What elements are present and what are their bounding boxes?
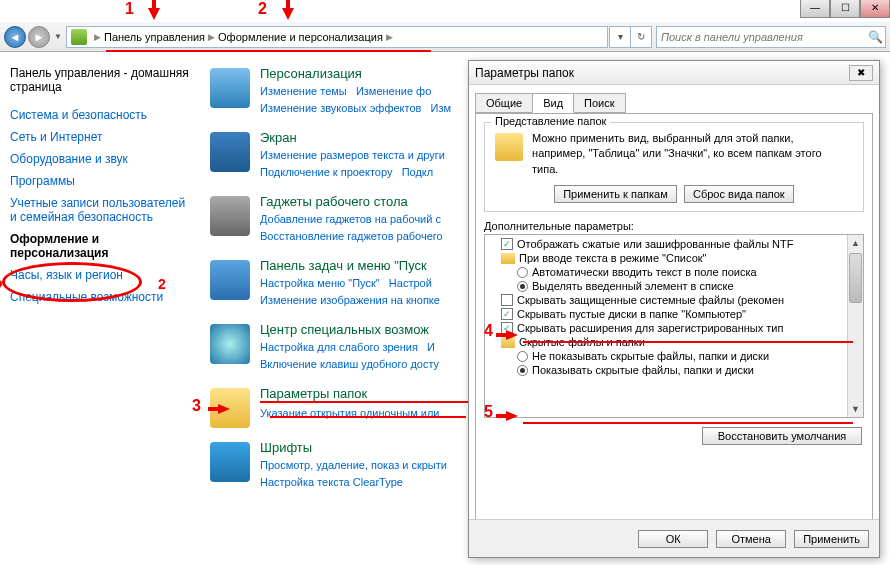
chevron-right-icon[interactable]: ▶: [386, 32, 393, 42]
sidebar-item-system[interactable]: Система и безопасность: [10, 108, 190, 122]
sidebar-item-appearance[interactable]: Оформление и персонализация: [10, 232, 190, 260]
sidebar-item-programs[interactable]: Программы: [10, 174, 190, 188]
section-display-title[interactable]: Экран: [260, 130, 490, 145]
cancel-button[interactable]: Отмена: [716, 530, 786, 548]
scroll-thumb[interactable]: [849, 253, 862, 303]
section-folder-options-title[interactable]: Параметры папок: [260, 386, 490, 403]
window-close-button[interactable]: ✕: [860, 0, 890, 18]
dialog-title: Параметры папок: [475, 66, 574, 80]
sidebar-item-users[interactable]: Учетные записи пользователей и семейная …: [10, 196, 190, 224]
ok-button[interactable]: ОК: [638, 530, 708, 548]
addr-refresh-button[interactable]: ↻: [630, 26, 652, 48]
tree-item[interactable]: Автоматически вводить текст в поле поиск…: [487, 265, 861, 279]
taskbar-icon: [210, 260, 250, 300]
tree-item[interactable]: ✓Скрывать пустые диски в папке "Компьюте…: [487, 307, 861, 321]
nav-forward-button[interactable]: ►: [28, 26, 50, 48]
window-max-button[interactable]: ☐: [830, 0, 860, 18]
section-gadgets-title[interactable]: Гаджеты рабочего стола: [260, 194, 490, 209]
personalization-icon: [210, 68, 250, 108]
radio-icon[interactable]: [517, 281, 528, 292]
annotation-arrow-2: [282, 8, 294, 20]
breadcrumb-item-control-panel[interactable]: Панель управления: [104, 31, 205, 43]
advanced-settings-label: Дополнительные параметры:: [484, 220, 864, 232]
folder-icon: [495, 133, 523, 161]
fonts-icon: [210, 442, 250, 482]
tree-item[interactable]: Не показывать скрытые файлы, папки и дис…: [487, 349, 861, 363]
search-icon[interactable]: 🔍: [865, 30, 885, 44]
annotation-underline-3: [270, 416, 466, 418]
display-icon: [210, 132, 250, 172]
scroll-up-icon[interactable]: ▲: [848, 235, 863, 251]
search-box[interactable]: 🔍: [656, 26, 886, 48]
radio-icon[interactable]: [517, 365, 528, 376]
checkbox-icon[interactable]: ✓: [501, 308, 513, 320]
annotation-arrow-5: [506, 411, 518, 421]
tree-item-label: Не показывать скрытые файлы, папки и дис…: [532, 350, 769, 362]
nav-history-dropdown[interactable]: ▼: [52, 27, 64, 47]
sidebar-item-access[interactable]: Специальные возможности: [10, 290, 190, 304]
gadgets-icon: [210, 196, 250, 236]
tree-item[interactable]: ✓Скрывать расширения для зарегистрирован…: [487, 321, 861, 335]
addr-dropdown-button[interactable]: ▾: [609, 26, 631, 48]
tree-item[interactable]: Скрывать защищенные системные файлы (рек…: [487, 293, 861, 307]
annotation-underline-breadcrumb: [106, 50, 431, 52]
restore-defaults-button[interactable]: Восстановить умолчания: [702, 427, 862, 445]
section-accessibility-links[interactable]: Настройка для слабого зрения И Включение…: [260, 339, 490, 372]
sidebar-item-hardware[interactable]: Оборудование и звук: [10, 152, 190, 166]
tab-search[interactable]: Поиск: [573, 93, 625, 113]
breadcrumb-item-appearance[interactable]: Оформление и персонализация: [218, 31, 383, 43]
annotation-arrow-4: [506, 330, 518, 340]
folder-views-legend: Представление папок: [491, 115, 610, 127]
chevron-right-icon[interactable]: ▶: [94, 32, 101, 42]
tree-item[interactable]: При вводе текста в режиме "Список": [487, 251, 861, 265]
sidebar-item-clock[interactable]: Часы, язык и регион: [10, 268, 190, 282]
apply-button[interactable]: Применить: [794, 530, 869, 548]
tree-item-label: При вводе текста в режиме "Список": [519, 252, 706, 264]
tree-item-label: Скрывать защищенные системные файлы (рек…: [517, 294, 784, 306]
section-personalization-links[interactable]: Изменение темы Изменение фо Изменение зв…: [260, 83, 490, 116]
tree-item[interactable]: Показывать скрытые файлы, папки и диски: [487, 363, 861, 377]
chevron-right-icon[interactable]: ▶: [208, 32, 215, 42]
radio-icon[interactable]: [517, 267, 528, 278]
tree-scrollbar[interactable]: ▲ ▼: [847, 235, 863, 417]
section-personalization-title[interactable]: Персонализация: [260, 66, 490, 81]
apply-to-folders-button[interactable]: Применить к папкам: [554, 185, 677, 203]
annotation-number-1: 1: [125, 0, 134, 18]
annotation-underline-5: [523, 422, 853, 424]
section-accessibility-title[interactable]: Центр специальных возмож: [260, 322, 490, 337]
tab-panel-view: Представление папок Можно применить вид,…: [475, 113, 873, 529]
section-fonts-title[interactable]: Шрифты: [260, 440, 490, 455]
reset-folders-button[interactable]: Сброс вида папок: [684, 185, 794, 203]
nav-back-button[interactable]: ◄: [4, 26, 26, 48]
section-taskbar-title[interactable]: Панель задач и меню "Пуск: [260, 258, 490, 273]
folder-views-text: Можно применить вид, выбранный для этой …: [532, 131, 832, 177]
radio-icon[interactable]: [517, 351, 528, 362]
section-fonts-links[interactable]: Просмотр, удаление, показ и скрытиНастро…: [260, 457, 490, 490]
breadcrumb[interactable]: ▶ Панель управления ▶ Оформление и персо…: [66, 26, 608, 48]
dialog-close-button[interactable]: ✖: [849, 65, 873, 81]
accessibility-icon: [210, 324, 250, 364]
scroll-down-icon[interactable]: ▼: [848, 401, 863, 417]
tree-item-label: Выделять введенный элемент в списке: [532, 280, 734, 292]
checkbox-icon[interactable]: ✓: [501, 238, 513, 250]
address-bar: ◄ ► ▼ ▶ Панель управления ▶ Оформление и…: [0, 22, 890, 52]
sidebar-item-network[interactable]: Сеть и Интернет: [10, 130, 190, 144]
window-min-button[interactable]: —: [800, 0, 830, 18]
folder-icon: [501, 253, 515, 264]
tab-general[interactable]: Общие: [475, 93, 533, 113]
section-taskbar-links[interactable]: Настройка меню "Пуск" Настрой Изменение …: [260, 275, 490, 308]
sidebar: Панель управления - домашняя страница Си…: [10, 66, 190, 312]
section-folder-options-links[interactable]: Указание открытия одиночным или: [260, 405, 490, 422]
sidebar-home-link[interactable]: Панель управления - домашняя страница: [10, 66, 190, 94]
tree-item[interactable]: Выделять введенный элемент в списке: [487, 279, 861, 293]
section-gadgets-links[interactable]: Добавление гаджетов на рабочий сВосстано…: [260, 211, 490, 244]
tab-view[interactable]: Вид: [532, 93, 574, 113]
advanced-settings-tree[interactable]: ✓Отображать сжатые или зашифрованные фай…: [484, 234, 864, 418]
section-display-links[interactable]: Изменение размеров текста и други Подклю…: [260, 147, 490, 180]
search-input[interactable]: [657, 31, 865, 43]
tree-item[interactable]: ✓Отображать сжатые или зашифрованные фай…: [487, 237, 861, 251]
checkbox-icon[interactable]: [501, 294, 513, 306]
annotation-bullet: [0, 280, 2, 288]
folder-options-dialog: Параметры папок ✖ Общие Вид Поиск Предст…: [468, 60, 880, 558]
tree-item-label: Скрывать расширения для зарегистрированн…: [517, 322, 783, 334]
